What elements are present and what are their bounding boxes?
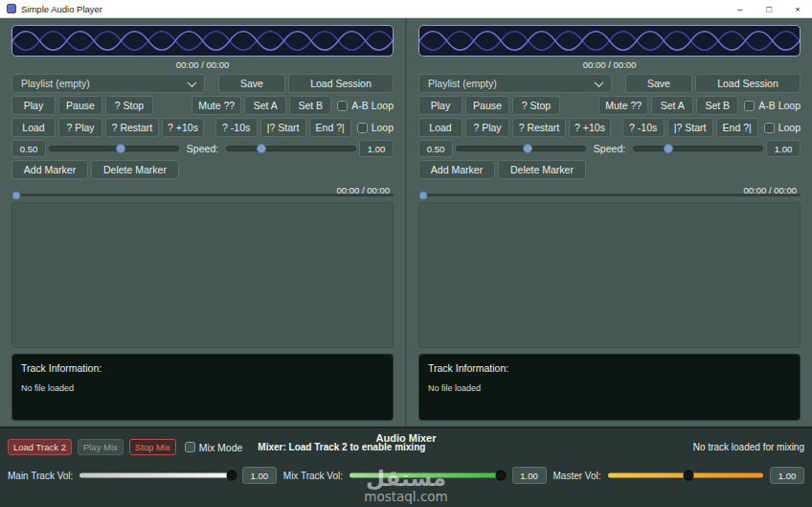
loop-checkbox-group: Loop bbox=[764, 122, 801, 133]
main-vol-value[interactable]: 1.00 bbox=[242, 467, 277, 484]
load-button[interactable]: Load bbox=[11, 118, 56, 137]
load-button[interactable]: Load bbox=[418, 118, 462, 137]
volume-value[interactable]: 0.50 bbox=[11, 140, 46, 157]
add-marker-button[interactable]: Add Marker bbox=[418, 160, 495, 179]
play-button[interactable]: Play bbox=[11, 96, 56, 115]
seek-bar[interactable]: 00:00 / 00:00 bbox=[418, 184, 801, 199]
window-title: Simple Audio Player bbox=[21, 4, 102, 14]
volume-value[interactable]: 0.50 bbox=[418, 140, 453, 157]
set-b-button[interactable]: Set B bbox=[696, 96, 738, 115]
mute-button[interactable]: Mute ?? bbox=[192, 96, 241, 115]
set-a-button[interactable]: Set A bbox=[244, 96, 286, 115]
master-vol-label: Master Vol: bbox=[553, 471, 601, 481]
save-button[interactable]: Save bbox=[625, 74, 692, 93]
transport-row-1: Play Pause ? Stop Mute ?? Set A Set B A-… bbox=[418, 96, 801, 115]
to-start-button[interactable]: |? Start bbox=[667, 118, 713, 137]
master-vol-value[interactable]: 1.00 bbox=[770, 467, 804, 484]
chevron-down-icon bbox=[188, 78, 197, 87]
waveform-path-light bbox=[419, 32, 800, 51]
playlist-row: Playlist (empty) Save Load Session bbox=[11, 74, 394, 93]
app-window: Simple Audio Player – □ × 00:00 / 00:00 … bbox=[0, 0, 812, 507]
speed-volume-row: 0.50 Speed: 1.00 bbox=[11, 140, 394, 157]
close-button[interactable]: × bbox=[783, 0, 812, 17]
pause-button[interactable]: Pause bbox=[58, 96, 102, 115]
speed-slider-handle[interactable] bbox=[257, 144, 266, 153]
seek-bar-handle[interactable] bbox=[419, 191, 428, 199]
waveform-graphic bbox=[419, 26, 800, 56]
loop-checkbox[interactable] bbox=[764, 123, 775, 133]
restart-button[interactable]: ? Restart bbox=[105, 118, 159, 137]
playlist-dropdown[interactable]: Playlist (empty) bbox=[11, 74, 205, 93]
to-end-button[interactable]: End ?| bbox=[716, 118, 758, 137]
ab-loop-label: A-B Loop bbox=[351, 100, 394, 111]
maximize-button[interactable]: □ bbox=[755, 0, 783, 17]
add-marker-button[interactable]: Add Marker bbox=[11, 160, 88, 179]
to-end-button[interactable]: End ?| bbox=[309, 118, 351, 137]
transport-row-2: Load ? Play ? Restart ? +10s ? -10s |? S… bbox=[418, 118, 801, 137]
pause-button[interactable]: Pause bbox=[465, 96, 509, 115]
main-vol-slider-handle[interactable] bbox=[226, 471, 237, 481]
back-10s-button[interactable]: ? -10s bbox=[215, 118, 258, 137]
ab-loop-checkbox[interactable] bbox=[744, 101, 755, 111]
seek-bar[interactable]: 00:00 / 00:00 bbox=[11, 184, 394, 199]
mix-vol-value[interactable]: 1.00 bbox=[512, 467, 547, 484]
ab-loop-checkbox[interactable] bbox=[337, 101, 348, 111]
to-start-button[interactable]: |? Start bbox=[260, 118, 306, 137]
volume-slider-handle[interactable] bbox=[116, 144, 125, 153]
window-controls: – □ × bbox=[726, 0, 812, 17]
play-button[interactable]: Play bbox=[418, 96, 462, 115]
track-info-panel: Track Information: No file loaded bbox=[418, 354, 801, 421]
waveform-path-light bbox=[12, 32, 393, 51]
stop-button[interactable]: ? Stop bbox=[512, 96, 560, 115]
load-session-button[interactable]: Load Session bbox=[695, 74, 801, 93]
playlist-dropdown[interactable]: Playlist (empty) bbox=[418, 74, 612, 93]
seek-time-label: 00:00 / 00:00 bbox=[337, 185, 390, 196]
master-vol-slider-handle[interactable] bbox=[684, 471, 694, 481]
waveform-display[interactable] bbox=[11, 25, 394, 57]
mix-vol-slider[interactable] bbox=[350, 469, 505, 482]
speed-slider[interactable] bbox=[226, 142, 356, 155]
set-b-button[interactable]: Set B bbox=[289, 96, 331, 115]
stop-button[interactable]: ? Stop bbox=[105, 96, 153, 115]
track-info-message: No file loaded bbox=[428, 383, 791, 393]
mix-vol-slider-handle[interactable] bbox=[496, 471, 507, 481]
waveform-display[interactable] bbox=[418, 25, 801, 57]
track-list-area[interactable] bbox=[11, 202, 394, 348]
track-list-area[interactable] bbox=[418, 202, 801, 348]
minimize-button[interactable]: – bbox=[726, 0, 755, 17]
speed-slider-handle[interactable] bbox=[664, 144, 673, 153]
seek-time-label: 00:00 / 00:00 bbox=[744, 185, 797, 196]
master-vol-slider[interactable] bbox=[608, 469, 763, 482]
set-a-button[interactable]: Set A bbox=[651, 96, 693, 115]
save-button[interactable]: Save bbox=[218, 74, 285, 93]
volume-slider-track bbox=[49, 146, 179, 151]
back-10s-button[interactable]: ? -10s bbox=[622, 118, 665, 137]
speed-value[interactable]: 1.00 bbox=[359, 140, 394, 157]
mixer-volume-row: Main Track Vol: 1.00 Mix Track Vol: 1.00… bbox=[8, 455, 804, 484]
seek-bar-handle[interactable] bbox=[12, 191, 21, 199]
restart-button[interactable]: ? Restart bbox=[512, 118, 566, 137]
volume-slider-handle[interactable] bbox=[523, 144, 532, 153]
chevron-down-icon bbox=[595, 78, 604, 87]
speed-slider[interactable] bbox=[633, 142, 763, 155]
delete-marker-button[interactable]: Delete Marker bbox=[498, 160, 586, 179]
forward-10s-button[interactable]: ? +10s bbox=[162, 118, 204, 137]
load-session-button[interactable]: Load Session bbox=[288, 74, 394, 93]
main-vol-slider[interactable] bbox=[79, 469, 235, 482]
track-info-heading: Track Information: bbox=[21, 362, 384, 374]
volume-slider[interactable] bbox=[49, 142, 179, 155]
speed-volume-row: 0.50 Speed: 1.00 bbox=[418, 140, 801, 157]
loop-checkbox[interactable] bbox=[357, 123, 368, 133]
cue-play-button[interactable]: ? Play bbox=[465, 118, 509, 137]
titlebar: Simple Audio Player – □ × bbox=[0, 0, 812, 18]
playlist-dropdown-value: Playlist (empty) bbox=[428, 78, 596, 89]
mix-vol-slider-track bbox=[350, 473, 505, 478]
delete-marker-button[interactable]: Delete Marker bbox=[91, 160, 179, 179]
mute-button[interactable]: Mute ?? bbox=[598, 96, 648, 115]
watermark-domain-text: mostaql.com bbox=[364, 490, 447, 503]
speed-value[interactable]: 1.00 bbox=[766, 140, 801, 157]
transport-row-2: Load ? Play ? Restart ? +10s ? -10s |? S… bbox=[11, 118, 394, 137]
cue-play-button[interactable]: ? Play bbox=[58, 118, 102, 137]
forward-10s-button[interactable]: ? +10s bbox=[569, 118, 611, 137]
volume-slider[interactable] bbox=[456, 142, 586, 155]
